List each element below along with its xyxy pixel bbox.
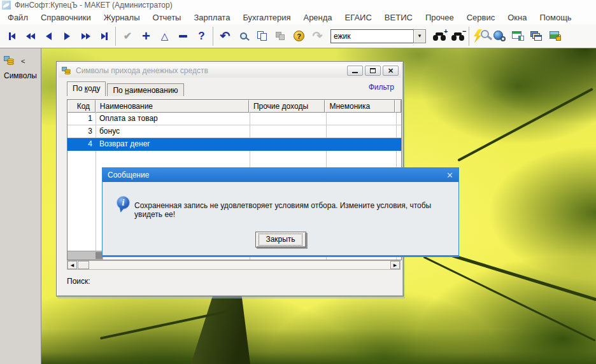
delete-minus-icon[interactable] [174, 27, 192, 45]
cell-mnemonic [326, 138, 396, 150]
coins-icon [4, 56, 15, 66]
grid-inner-scrollbar[interactable] [67, 251, 103, 260]
cell-mnemonic [326, 113, 396, 125]
menu-service[interactable]: Сервис [460, 11, 502, 24]
column-header-name[interactable]: Наименование [96, 100, 249, 113]
edit-triangle-icon[interactable]: △ [155, 27, 174, 45]
question-icon[interactable]: ? [192, 27, 211, 45]
app-logo-bird-icon [2, 1, 11, 10]
cascade-windows-icon[interactable] [527, 27, 546, 45]
tree-branch [423, 256, 596, 341]
filter-flash-magnifier-icon[interactable] [472, 27, 490, 45]
toolbar-separator [213, 27, 214, 46]
tab-by-code[interactable]: По коду [67, 81, 106, 96]
symbols-window-titlebar[interactable]: Символы прихода денежных средств ✕ [59, 64, 401, 78]
menu-file[interactable]: Файл [1, 11, 34, 24]
dialog-message: Сохраненная запись не удовлетворяет усло… [134, 201, 453, 219]
copy-pages-icon[interactable] [253, 27, 271, 45]
menu-journals[interactable]: Журналы [97, 11, 146, 24]
new-window-icon[interactable] [509, 27, 527, 45]
menu-accounting[interactable]: Бухгалтерия [236, 11, 297, 24]
quick-search-input[interactable]: ежик [330, 29, 413, 43]
search-label: Поиск: [67, 277, 90, 286]
cell-name: Оплата за товар [96, 113, 250, 125]
column-header-code[interactable]: Код [67, 100, 96, 113]
menu-salary[interactable]: Зарплата [187, 11, 236, 24]
coins-icon [62, 67, 71, 75]
help-circle-icon[interactable]: ? [290, 27, 308, 45]
close-dialog-button[interactable]: Закрыть [255, 232, 306, 248]
symbols-window-title: Символы прихода денежных средств [76, 66, 208, 75]
filter-link[interactable]: Фильтр [369, 83, 394, 92]
scrollbar-thumb[interactable] [78, 261, 89, 269]
toolbar-separator [469, 27, 470, 46]
find-prev-binoculars-icon[interactable]: − [448, 27, 467, 45]
app-window: ФинСофт:КупецЪ - МАКЕТ (Администратор) Ф… [0, 0, 596, 364]
picture-lock-icon[interactable] [546, 27, 564, 45]
sphere-magnifier-icon[interactable] [490, 27, 509, 45]
mdi-area: Символы прихода денежных средств ✕ По ко… [41, 48, 596, 364]
confirm-check-icon[interactable]: ✔ [118, 27, 137, 45]
main-title: ФинСофт:КупецЪ - МАКЕТ (Администратор) [15, 1, 173, 10]
info-icon: i [117, 196, 132, 213]
nav-prev-button[interactable] [39, 27, 58, 45]
restore-button[interactable] [365, 66, 381, 76]
combobox-dropdown-button[interactable]: ▼ [413, 29, 426, 43]
menu-directories[interactable]: Справочники [34, 11, 97, 24]
nav-prev-fast-button[interactable] [21, 27, 39, 45]
cell-other [250, 113, 326, 125]
table-row[interactable]: 3 бонус [67, 125, 401, 138]
dialog-close-icon[interactable]: ✕ [446, 171, 453, 179]
collapse-chevron-icon[interactable]: < [21, 57, 25, 65]
cell-mnemonic [326, 125, 396, 137]
close-button[interactable]: ✕ [383, 66, 399, 76]
message-dialog: Сообщение ✕ i Сохраненная запись не удов… [102, 167, 459, 257]
menu-egais[interactable]: ЕГАИС [339, 11, 378, 24]
main-titlebar[interactable]: ФинСофт:КупецЪ - МАКЕТ (Администратор) [0, 0, 596, 10]
search-magnifier-icon[interactable] [234, 27, 253, 45]
toolbar: ✔ + △ ? ↶ ? ↷ ежик ▼ + − [0, 24, 596, 48]
sidebar-panel: < Символы [0, 48, 41, 364]
menu-windows[interactable]: Окна [501, 11, 533, 24]
menu-other[interactable]: Прочее [419, 11, 460, 24]
menu-reports[interactable]: Отчеты [146, 11, 188, 24]
quick-search-combobox: ежик ▼ [330, 29, 426, 43]
column-header-filler [395, 100, 401, 113]
cell-code: 3 [67, 125, 96, 137]
menu-help[interactable]: Помощь [533, 11, 578, 24]
cell-name: бонус [96, 125, 250, 137]
menu-bar: Файл Справочники Журналы Отчеты Зарплата… [0, 10, 596, 24]
table-row[interactable]: 1 Оплата за товар [67, 113, 401, 125]
find-next-binoculars-icon[interactable]: + [430, 27, 448, 45]
dialog-title: Сообщение [108, 171, 149, 179]
horizontal-scrollbar[interactable]: ◀ ▶ [67, 260, 401, 270]
table-row-selected[interactable]: 4 Возврат денег [67, 138, 401, 151]
nav-last-button[interactable] [95, 27, 113, 45]
cell-other [250, 125, 326, 137]
toolbar-separator [115, 27, 117, 46]
nav-first-button[interactable] [3, 27, 21, 45]
cell-name: Возврат денег [96, 138, 250, 150]
scroll-left-button[interactable]: ◀ [67, 261, 77, 269]
tab-by-name[interactable]: По наименованию [107, 83, 183, 96]
scroll-right-button[interactable]: ▶ [390, 261, 400, 269]
table-header-row: Код Наименование Прочие доходы Мнемоника [67, 100, 401, 113]
menu-vetis[interactable]: ВЕТИС [378, 11, 419, 24]
redo-arrow-disabled-icon: ↷ [308, 27, 327, 45]
minimize-button[interactable] [347, 66, 363, 76]
menu-rent[interactable]: Аренда [297, 11, 338, 24]
dialog-titlebar[interactable]: Сообщение ✕ [103, 168, 458, 182]
tree-branch [457, 88, 593, 162]
nav-next-fast-button[interactable] [76, 27, 95, 45]
paste-disabled-icon [271, 27, 290, 45]
cell-code: 4 [67, 138, 96, 150]
sidebar-item-symbols[interactable]: < [4, 56, 37, 66]
undo-arrow-icon[interactable]: ↶ [216, 27, 234, 45]
cell-other [250, 138, 326, 150]
column-header-other-income[interactable]: Прочие доходы [249, 100, 325, 113]
add-plus-icon[interactable]: + [137, 27, 155, 45]
nav-next-button[interactable] [58, 27, 76, 45]
cell-code: 1 [67, 113, 96, 125]
close-dialog-button-label: Закрыть [259, 234, 302, 246]
column-header-mnemonic[interactable]: Мнемоника [325, 100, 395, 113]
